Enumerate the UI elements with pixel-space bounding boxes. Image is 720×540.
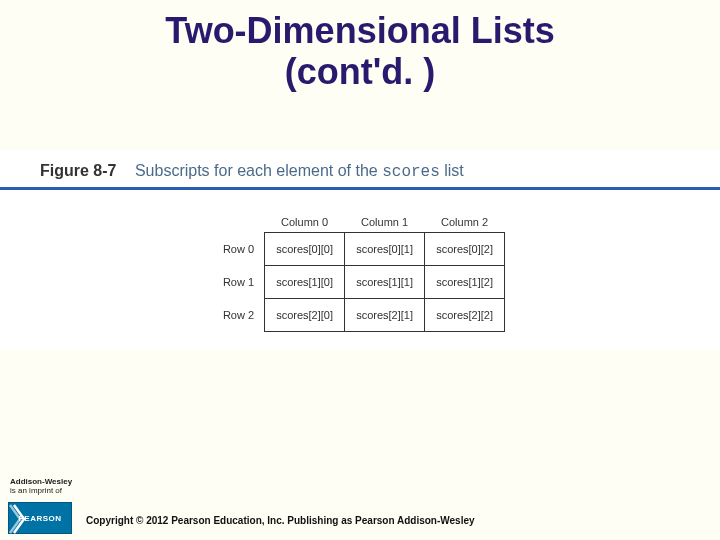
row-header-0: Row 0 [215, 233, 265, 266]
copyright-text: Copyright © 2012 Pearson Education, Inc.… [86, 515, 475, 526]
table-row: Row 2 scores[2][0] scores[2][1] scores[2… [215, 299, 505, 332]
row-header-1: Row 1 [215, 266, 265, 299]
cell-1-1: scores[1][1] [345, 266, 425, 299]
cell-0-1: scores[0][1] [345, 233, 425, 266]
imprint-line1: Addison-Wesley [10, 477, 72, 486]
figure-caption-suffix: list [440, 162, 464, 179]
cell-1-0: scores[1][0] [265, 266, 345, 299]
corner-blank [215, 212, 265, 233]
imprint-text: Addison-Wesley is an imprint of [10, 478, 72, 496]
figure-caption-code: scores [382, 163, 440, 181]
table-row: Row 0 scores[0][0] scores[0][1] scores[0… [215, 233, 505, 266]
cell-0-2: scores[0][2] [425, 233, 505, 266]
col-header-0: Column 0 [265, 212, 345, 233]
title-line1: Two-Dimensional Lists [165, 10, 554, 51]
col-header-1: Column 1 [345, 212, 425, 233]
figure-block: Figure 8-7 Subscripts for each element o… [0, 150, 720, 350]
cell-2-0: scores[2][0] [265, 299, 345, 332]
footer: Addison-Wesley is an imprint of PEARSON … [0, 472, 720, 540]
title-line2: (cont'd. ) [285, 51, 436, 92]
row-header-2: Row 2 [215, 299, 265, 332]
figure-caption: Subscripts for each element of the score… [135, 162, 464, 179]
subscripts-table: Column 0 Column 1 Column 2 Row 0 scores[… [215, 212, 505, 332]
figure-header: Figure 8-7 Subscripts for each element o… [0, 162, 720, 190]
col-header-2: Column 2 [425, 212, 505, 233]
cell-2-2: scores[2][2] [425, 299, 505, 332]
slide-title: Two-Dimensional Lists (cont'd. ) [0, 0, 720, 93]
imprint-line2: is an imprint of [10, 486, 62, 495]
table-row: Row 1 scores[1][0] scores[1][1] scores[1… [215, 266, 505, 299]
table-header-row: Column 0 Column 1 Column 2 [215, 212, 505, 233]
cell-0-0: scores[0][0] [265, 233, 345, 266]
cell-2-1: scores[2][1] [345, 299, 425, 332]
figure-caption-prefix: Subscripts for each element of the [135, 162, 382, 179]
pearson-logo: PEARSON [8, 502, 72, 534]
figure-number: Figure 8-7 [40, 162, 116, 179]
cell-1-2: scores[1][2] [425, 266, 505, 299]
table-wrap: Column 0 Column 1 Column 2 Row 0 scores[… [0, 212, 720, 332]
pearson-chevron-icon [8, 503, 28, 535]
